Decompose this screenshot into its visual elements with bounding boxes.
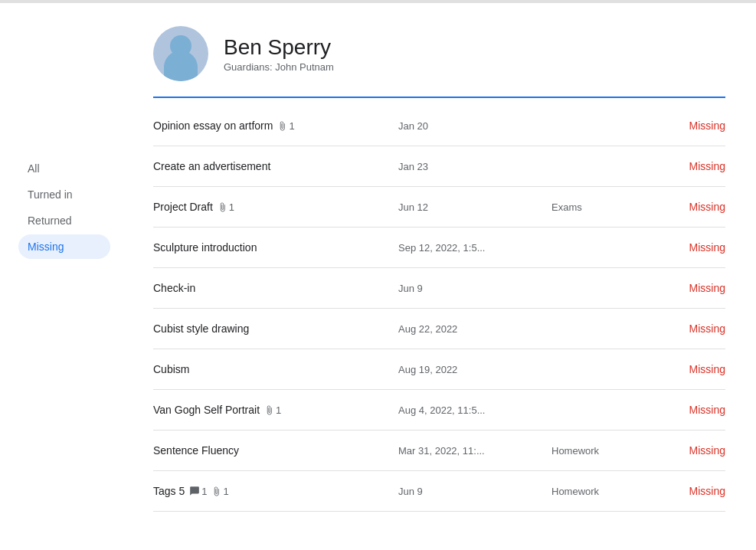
sidebar-item-returned[interactable]: Returned bbox=[18, 208, 110, 233]
assignment-title: Cubism bbox=[153, 363, 189, 375]
assignment-date: Aug 4, 2022, 11:5... bbox=[398, 404, 551, 416]
assignment-name: Cubist style drawing bbox=[153, 322, 398, 335]
assignment-status: Missing bbox=[643, 322, 725, 335]
assignment-name: Project Draft 1 bbox=[153, 201, 398, 213]
sidebar-item-all[interactable]: All bbox=[18, 156, 110, 181]
assignment-row[interactable]: Project Draft 1Jun 12ExamsMissing bbox=[153, 187, 725, 228]
assignment-date: Jun 9 bbox=[398, 283, 551, 294]
assignment-title: Check-in bbox=[153, 282, 195, 294]
assignment-row[interactable]: Sentence FluencyMar 31, 2022, 11:...Home… bbox=[153, 431, 725, 471]
profile-name: Ben Sperry bbox=[224, 34, 334, 61]
assignment-status: Missing bbox=[643, 282, 725, 294]
assignment-row[interactable]: Sculpture introductionSep 12, 2022, 1:5.… bbox=[153, 228, 725, 268]
assignment-title: Create an advertisement bbox=[153, 160, 270, 172]
assignment-status: Missing bbox=[643, 404, 725, 416]
assignment-name: Opinion essay on artform 1 bbox=[153, 119, 398, 132]
assignment-date: Aug 22, 2022 bbox=[398, 323, 551, 335]
sidebar-item-missing[interactable]: Missing bbox=[18, 234, 110, 259]
assignment-row[interactable]: Check-inJun 9Missing bbox=[153, 268, 725, 309]
assignment-name: Tags 5 1 1 bbox=[153, 485, 398, 497]
assignment-date: Jan 20 bbox=[398, 120, 551, 132]
assignment-title: Cubist style drawing bbox=[153, 322, 249, 335]
layout: AllTurned inReturnedMissing Ben Sperry G… bbox=[0, 3, 756, 550]
assignment-name: Sentence Fluency bbox=[153, 444, 398, 457]
assignment-title: Tags 5 bbox=[153, 485, 185, 497]
assignment-row[interactable]: Tags 5 1 1Jun 9HomeworkMissing bbox=[153, 471, 725, 512]
assignment-row[interactable]: Cubist style drawingAug 22, 2022Missing bbox=[153, 309, 725, 349]
assignment-row[interactable]: Opinion essay on artform 1Jan 20Missing bbox=[153, 106, 725, 146]
assignment-date: Mar 31, 2022, 11:... bbox=[398, 445, 551, 457]
assignment-status: Missing bbox=[643, 201, 725, 213]
attachment-icon: 1 bbox=[218, 201, 234, 213]
assignment-category: Exams bbox=[551, 201, 643, 213]
assignment-name: Check-in bbox=[153, 282, 398, 294]
attachment-icon: 1 bbox=[211, 486, 228, 497]
assignments-list: Opinion essay on artform 1Jan 20MissingC… bbox=[153, 106, 725, 512]
assignment-title: Opinion essay on artform bbox=[153, 119, 273, 132]
assignment-category: Homework bbox=[551, 445, 643, 457]
assignment-status: Missing bbox=[643, 241, 725, 254]
sidebar: AllTurned inReturnedMissing bbox=[0, 3, 123, 550]
assignment-title: Sculpture introduction bbox=[153, 241, 257, 254]
profile-guardians: Guardians: John Putnam bbox=[224, 61, 334, 73]
assignment-status: Missing bbox=[643, 363, 725, 375]
assignment-category: Homework bbox=[551, 486, 643, 497]
attachment-icon: 1 bbox=[264, 404, 281, 416]
avatar bbox=[153, 26, 208, 81]
assignment-date: Sep 12, 2022, 1:5... bbox=[398, 242, 551, 254]
assignment-date: Aug 19, 2022 bbox=[398, 364, 551, 375]
assignment-name: Sculpture introduction bbox=[153, 241, 398, 254]
assignment-row[interactable]: Create an advertisementJan 23Missing bbox=[153, 146, 725, 187]
assignment-row[interactable]: Van Gogh Self Portrait 1Aug 4, 2022, 11:… bbox=[153, 390, 725, 431]
assignment-title: Project Draft bbox=[153, 201, 213, 213]
assignment-status: Missing bbox=[643, 444, 725, 457]
avatar-body bbox=[164, 51, 198, 81]
assignment-status: Missing bbox=[643, 160, 725, 172]
profile-section: Ben Sperry Guardians: John Putnam bbox=[153, 3, 725, 98]
profile-info: Ben Sperry Guardians: John Putnam bbox=[224, 34, 334, 74]
assignment-name: Cubism bbox=[153, 363, 398, 375]
assignment-date: Jan 23 bbox=[398, 161, 551, 172]
main-content: Ben Sperry Guardians: John Putnam Opinio… bbox=[123, 3, 756, 550]
assignment-row[interactable]: CubismAug 19, 2022Missing bbox=[153, 349, 725, 390]
sidebar-item-turned-in[interactable]: Turned in bbox=[18, 182, 110, 207]
assignment-date: Jun 12 bbox=[398, 201, 551, 213]
attachment-icon: 1 bbox=[277, 120, 294, 132]
comment-icon: 1 bbox=[189, 486, 207, 497]
assignment-title: Sentence Fluency bbox=[153, 444, 239, 457]
assignment-status: Missing bbox=[643, 119, 725, 132]
assignment-name: Van Gogh Self Portrait 1 bbox=[153, 404, 398, 416]
assignment-status: Missing bbox=[643, 485, 725, 497]
assignment-name: Create an advertisement bbox=[153, 160, 398, 172]
assignment-title: Van Gogh Self Portrait bbox=[153, 404, 260, 416]
assignment-date: Jun 9 bbox=[398, 486, 551, 497]
